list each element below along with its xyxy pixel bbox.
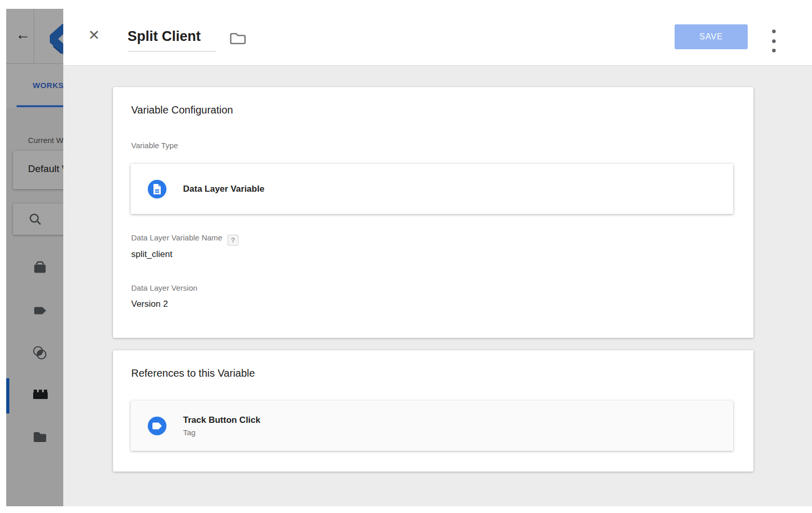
reference-row[interactable]: Track Button Click Tag (131, 401, 733, 451)
variable-type-value: Data Layer Variable (183, 184, 264, 194)
variable-editor-panel: ✕ Split Client SAVE Variable Configurati… (63, 9, 812, 506)
kebab-dot (772, 30, 776, 33)
variable-type-label: Variable Type (131, 141, 178, 150)
config-card-title: Variable Configuration (131, 104, 233, 116)
dlv-version-value: Version 2 (131, 299, 168, 309)
editor-header: ✕ Split Client SAVE (63, 9, 812, 66)
data-layer-variable-icon (148, 180, 166, 198)
save-button[interactable]: SAVE (675, 24, 748, 49)
variable-configuration-card: Variable Configuration Variable Type Dat… (113, 87, 753, 338)
dlv-version-label: Data Layer Version (131, 283, 198, 292)
overlay-scrim (6, 9, 63, 506)
editor-body: Variable Configuration Variable Type Dat… (63, 66, 812, 506)
reference-title: Track Button Click (183, 415, 260, 425)
close-icon[interactable]: ✕ (88, 28, 100, 42)
kebab-menu-button[interactable] (771, 30, 777, 52)
kebab-dot (772, 39, 776, 43)
dlv-name-value: split_client (131, 249, 172, 260)
help-icon[interactable]: ? (228, 235, 239, 246)
references-card-title: References to this Variable (131, 367, 255, 379)
folder-outline-icon (229, 32, 246, 46)
dlv-name-label: Data Layer Variable Name? (131, 233, 239, 246)
reference-subtitle: Tag (183, 428, 260, 437)
title-underline (128, 51, 216, 52)
variable-title-input[interactable]: Split Client (128, 28, 201, 45)
gtm-variable-editor-page: ← WORKSPACE Current Workspace Default Wo… (0, 0, 812, 513)
variable-type-row[interactable]: Data Layer Variable (131, 164, 733, 214)
move-to-folder-button[interactable] (229, 32, 246, 48)
kebab-dot (772, 49, 776, 52)
tag-reference-icon (148, 417, 166, 435)
references-card: References to this Variable Track Button… (113, 350, 753, 472)
